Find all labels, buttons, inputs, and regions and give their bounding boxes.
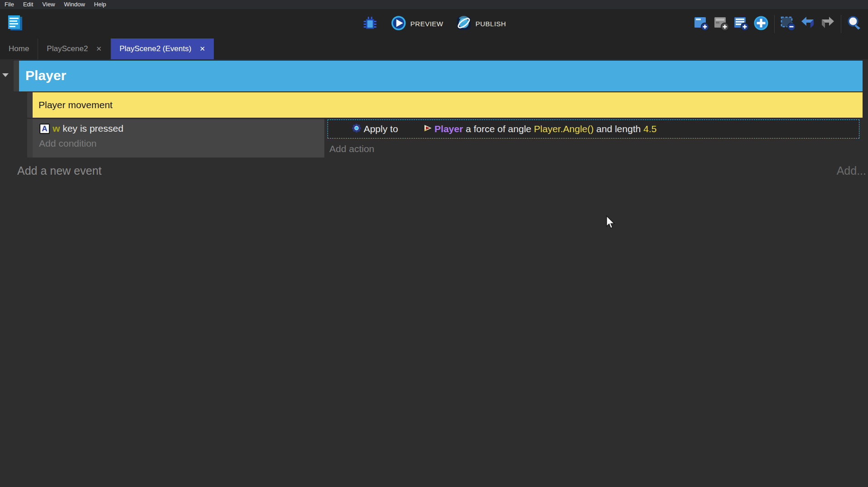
action-object-name: Player [434, 124, 463, 134]
search-button[interactable] [845, 14, 864, 34]
action-value: 4.5 [643, 124, 656, 134]
app-logo-icon[interactable] [5, 14, 24, 33]
event-drag-handle[interactable] [14, 61, 19, 91]
tab-label: Home [9, 44, 29, 53]
action-text-part3: and length [594, 124, 644, 134]
menu-help[interactable]: Help [90, 0, 111, 9]
preview-label: PREVIEW [410, 20, 444, 28]
collapse-arrow-icon[interactable] [2, 73, 9, 77]
tab-home[interactable]: Home [0, 38, 38, 59]
add-condition-button[interactable]: Add condition [39, 138, 324, 149]
close-icon[interactable]: ✕ [96, 45, 102, 53]
condition-text: w key is pressed [53, 123, 123, 134]
add-subevent-icon [713, 15, 729, 33]
comment-text: Player movement [39, 100, 112, 110]
tab-playscene2-events[interactable]: PlayScene2 (Events) ✕ [111, 38, 214, 59]
condition-row[interactable]: A w key is pressed [33, 119, 324, 134]
action-text-part1: Apply to [364, 124, 401, 134]
menu-edit[interactable]: Edit [19, 0, 38, 9]
add-other-button[interactable] [752, 14, 771, 34]
add-event-icon [693, 15, 709, 33]
tab-playscene2[interactable]: PlayScene2 ✕ [38, 38, 111, 59]
close-icon[interactable]: ✕ [199, 45, 205, 53]
add-circle-icon [753, 15, 769, 33]
menu-bar: File Edit View Window Help [0, 0, 868, 9]
search-icon [846, 15, 863, 33]
publish-label: PUBLISH [475, 20, 506, 28]
event-drag-handle[interactable] [27, 92, 33, 118]
action-row-selected[interactable]: Apply to Player a force of angle Player.… [328, 119, 859, 138]
toolbar-center: PREVIEW PUBLISH [356, 9, 512, 38]
event-group-header[interactable]: Player [19, 61, 863, 91]
add-new-event-button[interactable]: Add a new event [17, 164, 101, 177]
mouse-cursor-icon [606, 215, 617, 232]
add-comment-icon [733, 15, 749, 33]
globe-icon [456, 15, 471, 32]
menu-file[interactable]: File [0, 0, 19, 9]
tab-label: PlayScene2 (Events) [120, 44, 192, 53]
action-expression: Player.Angle() [534, 124, 594, 134]
comment-row[interactable]: Player movement [33, 92, 863, 118]
keyboard-key-icon: A [39, 124, 50, 134]
debug-button[interactable] [362, 15, 378, 33]
undo-icon [800, 15, 816, 33]
redo-icon [820, 15, 836, 33]
play-icon [391, 15, 406, 32]
redo-button[interactable] [818, 14, 837, 34]
toolbar: PREVIEW PUBLISH [0, 9, 868, 38]
publish-button[interactable]: PUBLISH [456, 15, 506, 32]
toolbar-separator [774, 15, 775, 33]
add-comment-button[interactable] [732, 14, 751, 34]
event-drag-handle[interactable] [27, 119, 33, 158]
add-subevent-button[interactable] [712, 14, 731, 34]
events-sheet: Player Player movement A w key is presse… [0, 59, 868, 487]
toolbar-right [691, 9, 864, 38]
menu-window[interactable]: Window [59, 0, 89, 9]
add-action-button[interactable]: Add action [329, 143, 374, 154]
force-icon [331, 113, 361, 146]
group-title: Player [25, 68, 66, 83]
delete-selection-icon [780, 15, 796, 33]
gdevelop-window: File Edit View Window Help [0, 0, 868, 487]
debug-bug-icon [362, 15, 378, 33]
tab-bar: Home PlayScene2 ✕ PlayScene2 (Events) ✕ [0, 38, 868, 59]
undo-button[interactable] [798, 14, 817, 34]
action-text-part2: a force of angle [463, 124, 534, 134]
tab-label: PlayScene2 [47, 44, 88, 53]
add-more-button[interactable]: Add... [837, 164, 866, 177]
add-event-button[interactable] [692, 14, 711, 34]
delete-event-button[interactable] [778, 14, 797, 34]
player-object-icon [403, 113, 432, 145]
toolbar-separator [841, 15, 841, 33]
conditions-column: A w key is pressed Add condition [33, 119, 324, 158]
menu-view[interactable]: View [38, 0, 59, 9]
preview-button[interactable]: PREVIEW [391, 15, 444, 32]
